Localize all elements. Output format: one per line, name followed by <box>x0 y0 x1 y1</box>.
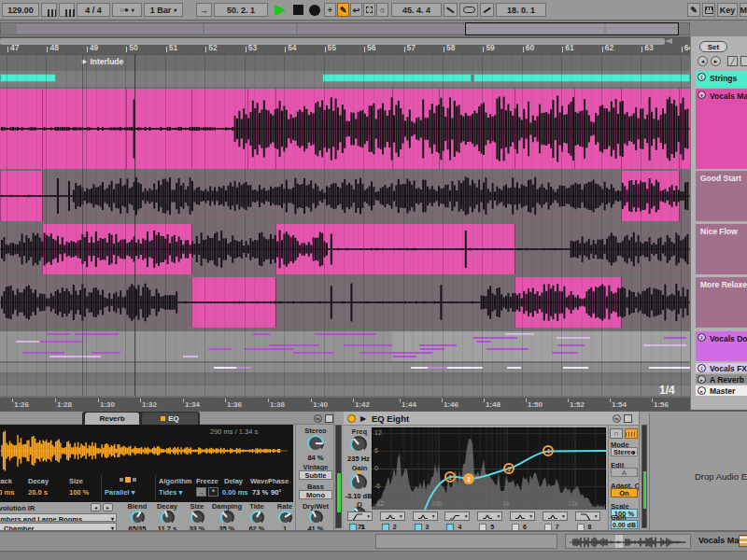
freeze-flat-button[interactable]: * <box>208 487 218 497</box>
quantization-menu[interactable]: 1 Bar▾ <box>144 3 183 17</box>
eq-band-1-filter-type[interactable]: ▾ <box>347 511 373 521</box>
punch-out-button[interactable] <box>480 3 494 17</box>
track-activator-icon[interactable]: ‖ <box>698 364 706 372</box>
tempo-display[interactable]: 129.00 <box>2 3 39 17</box>
strings-clip[interactable] <box>0 74 56 82</box>
punch-in-button[interactable] <box>444 3 458 17</box>
eq-band-3-toggle[interactable] <box>415 524 422 530</box>
eq-band-3-filter-type[interactable]: ▾ <box>413 511 438 521</box>
arrangement-position-display[interactable]: 50. 2. 1 <box>214 3 268 17</box>
save-preset-icon[interactable] <box>624 414 632 423</box>
phase-nudge-down-button[interactable] <box>41 3 57 17</box>
loop-button[interactable] <box>459 3 478 17</box>
reverb-knob-tide[interactable] <box>250 511 264 525</box>
track-header-strings[interactable]: ‖Strings <box>696 71 747 87</box>
mode-select[interactable]: Stereo▾ <box>611 447 638 456</box>
tab-eq[interactable]: EQ <box>142 413 198 425</box>
hot-swap-icon[interactable]: ⇆ <box>314 414 322 423</box>
computer-midi-keyboard-button[interactable] <box>702 3 715 17</box>
eq-band-6-filter-type[interactable]: ▾ <box>510 511 535 521</box>
pen-options-button[interactable]: ✎ <box>687 3 700 17</box>
output-gain-box[interactable]: 0.00 dB <box>611 520 638 529</box>
eq-band-1-toggle[interactable] <box>349 524 357 530</box>
reverb-knob-blend[interactable] <box>131 511 145 525</box>
zoom-optimize-button[interactable]: ╱ <box>727 56 738 66</box>
reverb-param-value[interactable]: 0.00 ms <box>222 488 248 497</box>
hybrid-reverb-device[interactable]: ReverbEQ⇆290 ms / 1.34 sAttack100 msDeca… <box>0 412 334 530</box>
audition-headphone-button[interactable]: ∩ <box>610 428 623 439</box>
loop-region-box[interactable] <box>375 534 557 549</box>
device-fold-icon[interactable]: ▶ <box>360 414 366 423</box>
track-header-vocals-double[interactable]: ‖Vocals Double <box>696 331 747 361</box>
time-signature-display[interactable]: 4 / 4 <box>77 3 110 17</box>
set-locator-button[interactable]: Set <box>699 41 727 52</box>
reenable-automation-button[interactable]: ↩ <box>350 3 362 17</box>
draw-mode-button[interactable]: ✎ <box>337 3 349 17</box>
eq-band-4-filter-type[interactable]: ▾ <box>444 511 470 521</box>
play-icon[interactable]: ▸ <box>698 375 706 384</box>
track-header-good-start[interactable]: Good Start <box>696 171 747 221</box>
adaptive-q-toggle[interactable]: On <box>611 488 638 497</box>
eq-band-4-toggle[interactable] <box>446 524 454 530</box>
play-button[interactable] <box>275 5 286 16</box>
strings-clip[interactable] <box>322 74 472 82</box>
ir-file-select[interactable]: Chamber▾ <box>0 523 117 530</box>
eq-band-point-4[interactable]: 4 <box>543 445 554 456</box>
freq-knob[interactable] <box>350 436 367 453</box>
dry-wet-knob[interactable] <box>309 511 323 525</box>
overdub-button[interactable]: + <box>324 3 336 17</box>
ir-next-button[interactable]: ▸ <box>103 503 113 511</box>
stop-button[interactable] <box>293 5 303 15</box>
prev-locator-button[interactable]: ◂ <box>698 56 708 66</box>
eq-band-5-toggle[interactable] <box>479 524 486 530</box>
overview-view-box[interactable] <box>465 22 679 35</box>
track-header-master[interactable]: ▸Master <box>696 385 747 396</box>
metronome-toggle[interactable]: ○●▾ <box>112 3 142 17</box>
reverb-param-value[interactable]: Tides ▾ <box>159 488 182 497</box>
freeze-in-button[interactable]: → <box>196 487 206 497</box>
eq-band-8-toggle[interactable] <box>577 524 585 530</box>
eq-eight-device[interactable]: ▶EQ Eight⇆Freq235 HzGain-3.10 dBQ0.71126… <box>344 412 640 530</box>
loop-length-display[interactable]: 18. 0. 1 <box>496 3 546 17</box>
spectrum-analyzer-button[interactable] <box>625 428 638 439</box>
save-preset-icon[interactable] <box>325 414 333 423</box>
loop-start-display[interactable]: 45. 4. 4 <box>391 3 442 17</box>
midi-map-button[interactable]: MIDI <box>740 3 747 17</box>
eq-band-8-filter-type[interactable]: ▾ <box>575 511 600 521</box>
reverb-knob-decay[interactable] <box>161 511 175 525</box>
ir-prev-button[interactable]: ◂ <box>91 503 101 511</box>
next-locator-button[interactable]: ▸ <box>711 56 721 66</box>
routing-icon[interactable] <box>118 473 138 485</box>
reverb-knob-damping[interactable] <box>220 511 234 525</box>
record-button[interactable] <box>309 5 320 16</box>
reverb-param-value[interactable]: Parallel ▾ <box>105 488 135 497</box>
fold-arrow-icon[interactable]: ▾ <box>698 91 706 99</box>
stereo-knob[interactable] <box>307 435 324 452</box>
track-header-a-reverb[interactable]: ▸A Reverb <box>696 374 747 384</box>
track-header-more-relaxed[interactable]: More Relaxed <box>696 277 747 328</box>
clip-overview-box[interactable] <box>565 534 691 549</box>
eq-band-point-3[interactable]: 3 <box>503 463 514 474</box>
phase-nudge-up-button[interactable] <box>59 3 75 17</box>
eq-band-5-filter-type[interactable]: ▾ <box>477 511 502 521</box>
ir-category-select[interactable]: Chambers and Large Rooms▾ <box>0 513 117 522</box>
tab-reverb[interactable]: Reverb <box>85 413 139 425</box>
vintage-select[interactable]: Subtle <box>299 470 332 480</box>
track-row[interactable] <box>0 385 690 396</box>
track-header-nice-flow[interactable]: Nice Flow <box>696 224 747 274</box>
eq-band-2-toggle[interactable] <box>382 524 389 530</box>
key-map-button[interactable]: Key <box>717 3 738 17</box>
bass-mono-select[interactable]: Mono <box>299 490 332 499</box>
lock-envelopes-button[interactable] <box>740 56 747 66</box>
eq-band-point-2[interactable]: 2 <box>463 473 474 484</box>
reverb-knob-rate[interactable] <box>278 511 292 525</box>
eq-band-7-toggle[interactable] <box>544 524 552 530</box>
play-icon[interactable]: ▸ <box>698 386 706 395</box>
automation-arm-button[interactable]: ○ <box>376 3 388 17</box>
eq-band-7-filter-type[interactable]: ▾ <box>543 511 568 521</box>
device-drop-area[interactable]: Drop Audio Effects <box>649 413 747 530</box>
eq-band-2-filter-type[interactable]: ▾ <box>380 511 405 521</box>
reverb-knob-size[interactable] <box>190 511 204 525</box>
edit-ab-button[interactable]: A <box>611 468 638 477</box>
track-activator-icon[interactable]: ‖ <box>698 73 706 81</box>
